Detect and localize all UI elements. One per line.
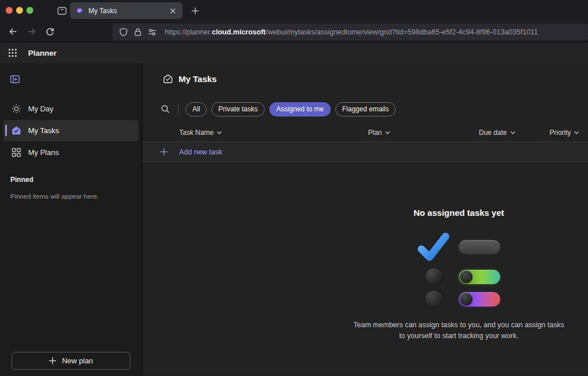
browser-window: My Tasks [0, 0, 588, 376]
sidebar-item-label: My Day [28, 104, 53, 113]
sidebar-nav: My Day My Tasks [0, 98, 142, 163]
pinned-section-header: Pinned [10, 176, 142, 184]
empty-state-description: Team members can assign tasks to you, an… [353, 320, 565, 342]
plus-icon [49, 357, 56, 365]
close-window-button[interactable] [6, 7, 13, 14]
minimize-window-button[interactable] [16, 7, 23, 14]
reload-icon[interactable] [45, 26, 55, 37]
toggle-knob [460, 270, 473, 283]
url-domain: cloud.microsoft [212, 28, 266, 36]
tab-title: My Tasks [88, 7, 168, 15]
sidebar-item-label: My Tasks [28, 126, 59, 135]
selected-accent-bar [5, 125, 7, 136]
filter-all[interactable]: All [185, 102, 207, 117]
grid-icon [11, 148, 21, 157]
maximize-window-button[interactable] [26, 7, 33, 14]
divider [178, 103, 179, 115]
empty-state: No assigned tasks yet [332, 208, 585, 342]
sun-icon [11, 104, 21, 114]
filter-private-tasks[interactable]: Private tasks [211, 102, 265, 117]
browser-tab-bar: My Tasks [0, 0, 588, 21]
url-path: /webui/mytasks/assignedtome/view/grid?ti… [266, 28, 538, 36]
gray-pill-graphic [459, 240, 500, 254]
filter-assigned-to-me[interactable]: Assigned to me [269, 102, 331, 117]
column-label: Plan [368, 129, 382, 137]
add-new-task-row[interactable]: Add new task [142, 142, 588, 162]
green-toggle-graphic [459, 270, 500, 284]
sidebar-item-my-day[interactable]: My Day [3, 98, 138, 119]
column-header-plan[interactable]: Plan [368, 129, 390, 137]
column-header-priority[interactable]: Priority [550, 129, 579, 137]
collapse-sidebar-icon[interactable] [10, 74, 20, 84]
my-tasks-icon [11, 126, 21, 135]
browser-tab[interactable]: My Tasks [70, 2, 183, 19]
lock-icon[interactable] [133, 28, 142, 37]
column-label: Due date [479, 129, 507, 137]
tab-overview-icon[interactable] [57, 6, 67, 16]
tab-close-icon[interactable] [168, 6, 177, 15]
forward-icon[interactable] [26, 26, 37, 37]
page-header: My Tasks [142, 63, 588, 95]
chevron-down-icon [216, 130, 222, 135]
pinned-empty-text: Pinned items will appear here. [10, 193, 131, 200]
column-header-due-date[interactable]: Due date [479, 129, 516, 137]
browser-toolbar: https://planner.cloud.microsoft/webui/my… [0, 21, 588, 42]
add-new-task-label: Add new task [179, 148, 222, 156]
column-label: Task Name [179, 129, 214, 137]
main-content: My Tasks All Private tasks Assigned to m… [142, 63, 588, 375]
new-plan-button[interactable]: New plan [11, 352, 130, 370]
chevron-down-icon [385, 130, 390, 135]
permissions-sliders-icon[interactable] [148, 28, 157, 37]
chevron-down-icon [574, 130, 579, 135]
task-table-header: Task Name Plan Due date [142, 123, 588, 142]
planner-favicon [75, 6, 84, 15]
app-body: My Day My Tasks [0, 63, 588, 375]
toggle-circle-graphic [425, 269, 442, 285]
violet-toggle-graphic [459, 292, 500, 307]
app-launcher-waffle-icon[interactable] [8, 48, 17, 57]
search-icon[interactable] [161, 104, 170, 114]
empty-state-illustration [417, 231, 501, 307]
toggle-circle-graphic [425, 291, 442, 307]
my-tasks-outline-icon [163, 74, 173, 84]
chevron-down-icon [510, 130, 516, 135]
app-header: Planner [0, 42, 588, 63]
filter-bar: All Private tasks Assigned to me Flagged… [142, 95, 588, 123]
page-title: My Tasks [179, 74, 216, 84]
filter-flagged-emails[interactable]: Flagged emails [335, 102, 396, 117]
shield-icon[interactable] [119, 28, 128, 37]
app-name: Planner [28, 49, 57, 57]
column-label: Priority [550, 129, 571, 137]
address-bar[interactable]: https://planner.cloud.microsoft/webui/my… [113, 24, 588, 40]
url-prefix: https://planner. [165, 28, 212, 36]
blue-checkmark-graphic [417, 231, 450, 262]
sidebar-item-my-tasks[interactable]: My Tasks [3, 120, 138, 141]
new-plan-label: New plan [62, 356, 93, 365]
back-icon[interactable] [8, 26, 18, 37]
plus-icon [160, 148, 168, 156]
toggle-knob [460, 293, 473, 305]
sidebar-item-my-plans[interactable]: My Plans [3, 142, 138, 163]
empty-state-title: No assigned tasks yet [413, 208, 504, 218]
sidebar: My Day My Tasks [0, 63, 142, 375]
new-tab-button[interactable] [190, 6, 200, 16]
window-controls [6, 7, 33, 14]
url-text: https://planner.cloud.microsoft/webui/my… [165, 28, 538, 36]
column-header-task-name[interactable]: Task Name [179, 129, 222, 137]
sidebar-item-label: My Plans [28, 148, 59, 157]
filter-pills: All Private tasks Assigned to me Flagged… [185, 102, 396, 117]
